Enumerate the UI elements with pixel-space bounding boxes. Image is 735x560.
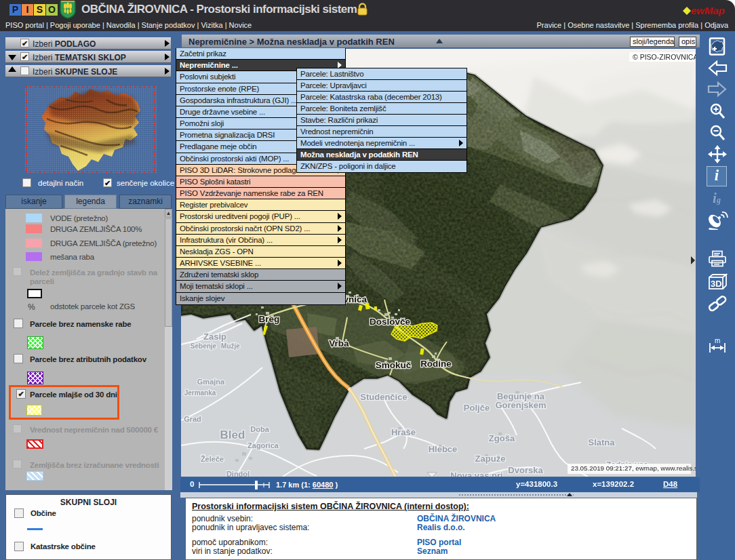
svg-text:Bled: Bled [220,428,245,441]
svg-text:Vrba: Vrba [329,338,349,348]
svg-text:Doba: Doba [250,425,269,433]
svg-text:Doslovče: Doslovče [370,317,411,327]
svg-text:Želeče: Želeče [201,455,224,463]
svg-text:© PISO-ZIROVNICA: © PISO-ZIROVNICA [633,53,696,61]
svg-text:Zagorica: Zagorica [247,441,279,449]
svg-text:Gmajna: Gmajna [197,378,225,386]
svg-text:Dvorska: Dvorska [508,465,543,475]
svg-text:23.05.2019 09:21:27, ewmap, ww: 23.05.2019 09:21:27, ewmap, www.realis.s… [571,464,696,472]
svg-text:Zgoša: Zgoša [489,433,515,443]
svg-text:Zapuže: Zapuže [475,454,506,464]
svg-text:Grad: Grad [184,415,201,423]
svg-text:Poljče: Poljče [464,403,490,413]
svg-text:Gorenjskem: Gorenjskem [495,400,546,410]
svg-text:Sebenje: Sebenje [191,342,217,350]
svg-text:Hraše: Hraše [391,427,416,437]
svg-text:ewMap: ewMap [691,5,725,16]
svg-text:Rodine: Rodine [420,359,452,369]
svg-text:Studenčice: Studenčice [360,392,407,402]
svg-text:Nova vas pri: Nova vas pri [450,471,502,477]
svg-text:m: m [715,338,720,344]
svg-text:Hlebce: Hlebce [429,444,458,454]
svg-text:Zasip: Zasip [203,332,226,342]
svg-text:Jermanka: Jermanka [184,389,216,397]
svg-text:Dindol: Dindol [226,470,250,477]
svg-text:Breg: Breg [259,314,280,324]
svg-text:3D: 3D [711,279,722,289]
svg-text:Mužje: Mužje [221,342,240,350]
svg-text:Slatna: Slatna [588,437,615,447]
svg-text:Smokuč: Smokuč [376,360,412,370]
